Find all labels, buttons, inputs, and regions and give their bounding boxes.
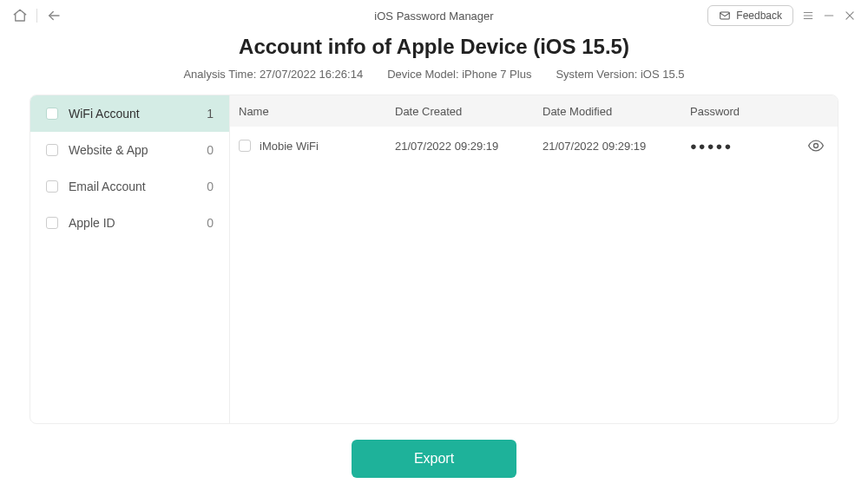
meta-version-label: System Version bbox=[556, 68, 641, 81]
meta-model: Device ModeliPhone 7 Plus bbox=[387, 68, 531, 81]
checkbox[interactable] bbox=[46, 180, 58, 193]
sidebar-item-label: Apple ID bbox=[69, 216, 207, 230]
minimize-icon[interactable] bbox=[821, 8, 837, 23]
checkbox[interactable] bbox=[46, 217, 58, 229]
cell-name: iMobie WiFi bbox=[239, 140, 395, 153]
cell-reveal bbox=[794, 137, 838, 154]
sidebar: WiFi Account 1 Website & App 0 Email Acc… bbox=[30, 95, 230, 423]
meta-version-value: iOS 15.5 bbox=[641, 68, 685, 81]
sidebar-item-email-account[interactable]: Email Account 0 bbox=[30, 168, 229, 205]
sidebar-item-apple-id[interactable]: Apple ID 0 bbox=[30, 205, 229, 241]
svg-point-7 bbox=[814, 144, 819, 148]
meta-version: System VersioniOS 15.5 bbox=[556, 68, 684, 81]
table-header: Name Date Created Date Modified Password bbox=[230, 95, 838, 127]
meta-model-label: Device Model bbox=[387, 68, 462, 81]
back-icon[interactable] bbox=[44, 6, 63, 25]
feedback-label: Feedback bbox=[736, 10, 782, 22]
meta-analysis-label: Analysis Time bbox=[183, 68, 259, 81]
sidebar-item-label: WiFi Account bbox=[69, 107, 207, 121]
eye-icon[interactable] bbox=[807, 137, 825, 154]
checkbox[interactable] bbox=[46, 144, 58, 156]
titlebar-right: Feedback bbox=[707, 5, 858, 26]
th-created: Date Created bbox=[395, 105, 542, 118]
meta-analysis-value: 27/07/2022 16:26:14 bbox=[260, 68, 363, 81]
checkbox[interactable] bbox=[239, 140, 251, 152]
sidebar-item-label: Email Account bbox=[69, 180, 207, 193]
home-icon[interactable] bbox=[10, 6, 30, 25]
cell-modified: 21/07/2022 09:29:19 bbox=[542, 140, 690, 153]
window-controls bbox=[800, 8, 858, 23]
titlebar-left bbox=[10, 6, 63, 25]
meta-model-value: iPhone 7 Plus bbox=[462, 68, 531, 81]
sidebar-item-count: 0 bbox=[207, 143, 214, 157]
row-name: iMobie WiFi bbox=[260, 140, 319, 153]
feedback-button[interactable]: Feedback bbox=[707, 5, 793, 26]
cell-created: 21/07/2022 09:29:19 bbox=[395, 140, 542, 153]
meta-row: Analysis Time27/07/2022 16:26:14 Device … bbox=[0, 68, 868, 81]
separator bbox=[36, 9, 37, 23]
app-title: iOS Password Manager bbox=[374, 10, 493, 23]
table-row[interactable]: iMobie WiFi 21/07/2022 09:29:19 21/07/20… bbox=[230, 127, 838, 165]
th-name: Name bbox=[239, 105, 395, 118]
content-area: WiFi Account 1 Website & App 0 Email Acc… bbox=[30, 95, 838, 424]
cell-password: ●●●●● bbox=[690, 140, 794, 153]
sidebar-item-count: 0 bbox=[207, 216, 214, 230]
sidebar-item-wifi-account[interactable]: WiFi Account 1 bbox=[30, 95, 229, 132]
sidebar-item-website-app[interactable]: Website & App 0 bbox=[30, 132, 229, 168]
table-area: Name Date Created Date Modified Password… bbox=[230, 95, 838, 423]
export-button[interactable]: Export bbox=[352, 440, 516, 478]
th-modified: Date Modified bbox=[542, 105, 690, 118]
page-title: Account info of Apple Device (iOS 15.5) bbox=[0, 35, 868, 59]
mail-icon bbox=[719, 10, 731, 22]
meta-analysis: Analysis Time27/07/2022 16:26:14 bbox=[183, 68, 363, 81]
menu-icon[interactable] bbox=[800, 8, 816, 23]
titlebar: iOS Password Manager Feedback bbox=[0, 0, 868, 31]
th-password: Password bbox=[690, 105, 794, 118]
headings: Account info of Apple Device (iOS 15.5) … bbox=[0, 35, 868, 81]
close-icon[interactable] bbox=[842, 8, 858, 23]
sidebar-item-count: 0 bbox=[207, 180, 214, 193]
checkbox[interactable] bbox=[46, 108, 58, 120]
sidebar-item-label: Website & App bbox=[69, 143, 207, 157]
sidebar-item-count: 1 bbox=[207, 107, 214, 121]
